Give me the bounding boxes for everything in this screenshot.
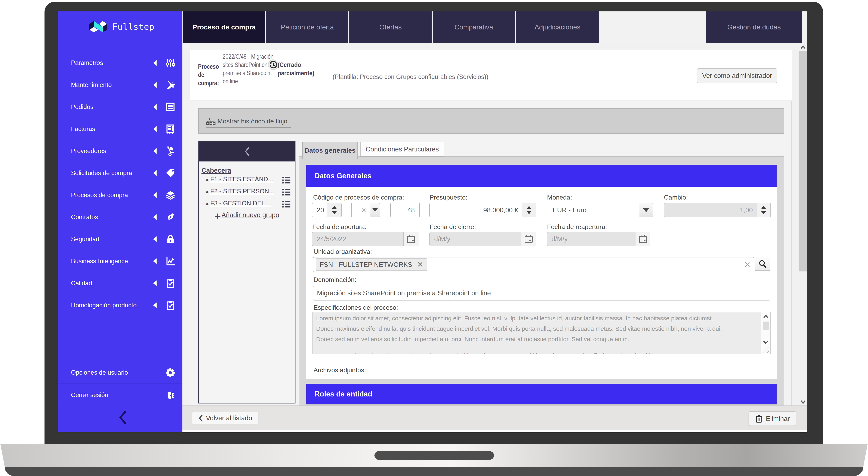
sidebar-item-label: Business Inteligence: [71, 258, 128, 265]
scrollbar-thumb[interactable]: [799, 51, 807, 271]
scrollbar-thumb[interactable]: [763, 321, 769, 330]
sidebar-item-facturas[interactable]: Facturas: [58, 120, 182, 138]
spin-up-icon[interactable]: [526, 206, 532, 209]
button-label: Eliminar: [766, 415, 789, 422]
tab-proceso-de-compra[interactable]: Proceso de compra: [183, 11, 265, 43]
denomination-input[interactable]: Migración sites SharePoint on premise a …: [313, 286, 770, 301]
org-unit-chip[interactable]: FSN - FULLSTEP NETWORKS ✕: [316, 259, 427, 271]
select-arrow[interactable]: [640, 203, 653, 217]
field-label-denominacion: Denominación:: [313, 276, 356, 283]
spin-down-icon[interactable]: [761, 211, 766, 214]
tree-group-label[interactable]: F1 - SITES ESTÁND...: [210, 176, 273, 183]
sidebar-item-parametros[interactable]: Parametros: [58, 54, 182, 72]
tree-group-item[interactable]: • F1 - SITES ESTÁND...: [206, 176, 294, 188]
scroll-down-icon[interactable]: [800, 399, 806, 405]
code-year-spinner[interactable]: 20: [312, 203, 342, 217]
add-group-link[interactable]: + Añadir nuevo grupo: [214, 211, 294, 222]
sidebar-item-cerrar-sesion[interactable]: Cerrar sesión: [58, 386, 182, 404]
collapse-triangle-icon: [153, 192, 157, 198]
scroll-up-icon[interactable]: [800, 44, 806, 50]
calendar-button[interactable]: [521, 232, 536, 246]
sidebar-item-opciones-de-usuario[interactable]: Opciones de usuario: [58, 364, 182, 382]
tab-gestion-de-dudas[interactable]: Gestión de dudas: [706, 11, 802, 43]
tab-label: Ofertas: [379, 23, 402, 31]
specs-text-line: Donec maximus eleifend nulla, quis tinci…: [316, 324, 757, 334]
clipboard-check-icon: [165, 278, 175, 288]
sidebar-item-solicitudes-de-compra[interactable]: Solicitudes de compra: [58, 164, 182, 182]
sidebar-item-seguridad[interactable]: Seguridad: [58, 230, 182, 248]
tab-adjudicaciones[interactable]: Adjudicaciones: [516, 11, 599, 43]
section-title: Roles de entidad: [314, 390, 372, 398]
chip-remove-icon[interactable]: ✕: [417, 261, 423, 269]
scroll-up-icon[interactable]: [763, 314, 769, 320]
flow-history-link[interactable]: Mostrar histórico de flujo: [217, 117, 287, 125]
view-as-admin-button[interactable]: Ver como administrador: [697, 68, 777, 83]
page-scrollbar[interactable]: [799, 43, 807, 406]
bullet-icon: •: [206, 200, 209, 209]
spin-up-icon[interactable]: [761, 206, 766, 209]
specs-textarea[interactable]: Lorem ipsum dolor sit amet, consectetur …: [312, 312, 771, 354]
section-header-roles-de-entidad: Roles de entidad: [306, 384, 777, 405]
currency-select[interactable]: EUR - Euro: [547, 203, 653, 217]
calendar-button[interactable]: [404, 232, 418, 246]
tree-collapse-header[interactable]: [199, 141, 295, 162]
tree-group-label[interactable]: F2 - SITES PERSON...: [210, 188, 274, 195]
history-icon[interactable]: [268, 60, 278, 70]
tab-condiciones-particulares[interactable]: Condiciones Particulares: [360, 142, 444, 157]
sidebar-item-label: Mantenimiento: [71, 81, 112, 89]
org-unit-search-button[interactable]: [755, 257, 770, 271]
tab-label: Petición de oferta: [281, 23, 334, 31]
tab-ofertas[interactable]: Ofertas: [349, 11, 432, 43]
chevron-left-icon: [198, 414, 203, 422]
tree-root-link[interactable]: Cabecera: [202, 167, 231, 174]
list-icon[interactable]: [282, 188, 291, 197]
flow-history-bar[interactable]: Mostrar histórico de flujo: [198, 108, 784, 134]
sidebar-collapse-button[interactable]: [58, 404, 182, 432]
spinner-buttons[interactable]: [327, 203, 341, 217]
collapse-triangle-icon: [153, 126, 157, 132]
sidebar-item-contratos[interactable]: Contratos: [58, 208, 182, 226]
org-unit-input[interactable]: FSN - FULLSTEP NETWORKS ✕ ✕: [313, 257, 754, 272]
sidebar-item-business-inteligence[interactable]: Business Inteligence: [58, 252, 182, 270]
select-arrow[interactable]: [370, 203, 380, 217]
budget-input[interactable]: 98.000,00 €: [429, 203, 536, 217]
sidebar-item-mantenimiento[interactable]: Mantenimiento: [58, 76, 182, 94]
scroll-down-icon[interactable]: [763, 340, 769, 346]
code-number-input[interactable]: 48: [390, 203, 420, 217]
tab-datos-generales[interactable]: Datos generales: [302, 142, 358, 159]
footer-bar: Volver al listado Eliminar: [182, 406, 807, 430]
add-group-label: Añadir nuevo grupo: [221, 211, 279, 219]
chevron-left-icon: [118, 411, 127, 424]
sidebar-item-calidad[interactable]: Calidad: [58, 274, 182, 293]
tab-peticion-de-oferta[interactable]: Petición de oferta: [266, 11, 348, 43]
field-label-cambio: Cambio:: [664, 194, 688, 201]
tab-comparativa[interactable]: Comparativa: [433, 11, 515, 43]
trash-icon: [755, 414, 763, 423]
textarea-scrollbar[interactable]: [762, 312, 770, 354]
spin-up-icon[interactable]: [332, 206, 337, 209]
spinner-buttons[interactable]: [522, 203, 536, 217]
sidebar-item-procesos-de-compra[interactable]: Procesos de compra: [58, 186, 182, 204]
resize-handle-icon[interactable]: [762, 346, 769, 353]
tree-group-item[interactable]: • F2 - SITES PERSON...: [206, 188, 294, 200]
tree-group-label[interactable]: F3 - GESTIÓN DEL ...: [210, 200, 272, 207]
back-to-list-button[interactable]: Volver al listado: [192, 412, 258, 424]
specs-text-line: Donec sed enim vel eros sollicitudin imp…: [316, 334, 757, 344]
field-value: EUR - Euro: [553, 206, 587, 214]
sidebar-item-homologacion-producto[interactable]: Homologación producto: [58, 296, 182, 314]
sidebar-item-proveedores[interactable]: Proveedores: [58, 142, 182, 160]
spinner-buttons[interactable]: [756, 203, 770, 217]
group-tree-panel: Cabecera • F1 - SITES ESTÁND... • F2 - S…: [198, 141, 296, 404]
sidebar-item-pedidos[interactable]: Pedidos: [58, 98, 182, 116]
spin-down-icon[interactable]: [526, 211, 532, 214]
clear-icon[interactable]: ✕: [744, 260, 751, 269]
tab-label: Condiciones Particulares: [366, 145, 439, 153]
list-icon[interactable]: [282, 176, 291, 184]
code-type-select[interactable]: ×: [351, 203, 380, 217]
list-icon[interactable]: [282, 200, 291, 209]
delete-button[interactable]: Eliminar: [748, 411, 796, 426]
spin-down-icon[interactable]: [332, 211, 337, 214]
collapse-triangle-icon: [153, 82, 157, 88]
calendar-button[interactable]: [636, 232, 650, 246]
laptop-base-bottom: [5, 467, 863, 476]
